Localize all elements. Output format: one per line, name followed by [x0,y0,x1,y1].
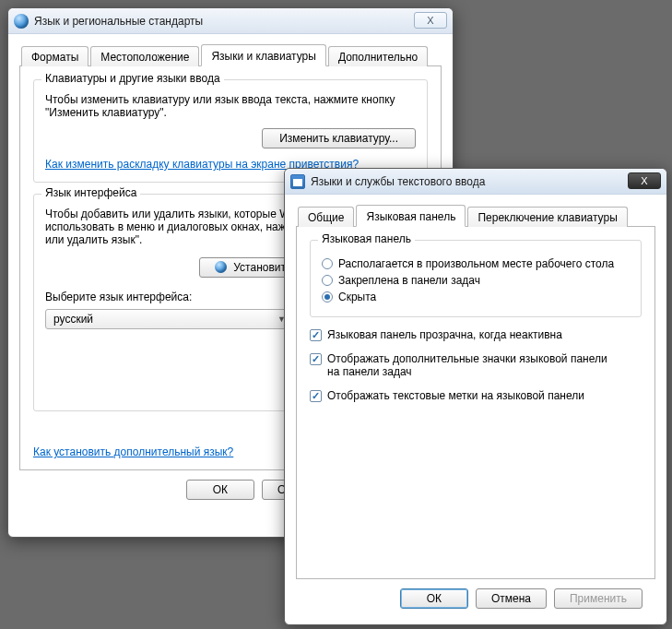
group-description: Чтобы изменить клавиатуру или язык ввода… [45,93,416,119]
group-legend: Языковая панель [318,232,415,245]
window-title: Язык и региональные стандарты [34,15,203,28]
tab-switch-keyboard[interactable]: Переключение клавиатуры [467,207,627,227]
radio-icon [322,258,333,269]
dialog-buttons: ОК Отмена Применить [296,579,655,620]
change-keyboard-button[interactable]: Изменить клавиатуру... [262,128,416,148]
close-icon: X [641,175,647,186]
globe-icon [14,14,29,29]
check-label: Отображать текстовые метки на языковой п… [327,389,584,402]
tab-advanced[interactable]: Дополнительно [328,46,428,66]
tab-panel: Языковая панель Располагается в произвол… [296,227,655,579]
close-icon: X [427,15,433,26]
check-label: Языковая панель прозрачна, когда неактив… [327,328,562,341]
radio-icon [322,291,333,303]
tab-keyboards-languages[interactable]: Языки и клавиатуры [201,44,325,66]
input-locale-icon [290,174,305,189]
radio-floating[interactable]: Располагается в произвольном месте рабоч… [322,257,630,270]
radio-hidden[interactable]: Скрыта [322,291,630,303]
check-label: Отображать дополнительные значки языково… [327,352,622,378]
radio-icon [322,275,333,286]
group-language-bar: Языковая панель Располагается в произвол… [310,240,642,317]
checkbox-icon: ✓ [310,329,322,341]
group-legend: Язык интерфейса [41,186,140,199]
text-services-dialog: Языки и службы текстового ввода X Общие … [284,168,667,625]
tab-general[interactable]: Общие [298,207,354,227]
dropdown-value: русский [53,313,93,326]
cancel-button[interactable]: Отмена [476,588,547,609]
tab-language-bar[interactable]: Языковая панель [356,205,466,227]
window-title: Языки и службы текстового ввода [311,175,485,188]
close-button[interactable]: X [414,12,447,29]
check-transparent[interactable]: ✓ Языковая панель прозрачна, когда неакт… [310,328,642,341]
apply-button[interactable]: Применить [554,588,643,609]
group-legend: Клавиатуры и другие языки ввода [41,72,224,85]
checkbox-icon: ✓ [310,353,322,365]
install-additional-language-link[interactable]: Как установить дополнительный язык? [33,445,233,458]
check-text-labels[interactable]: ✓ Отображать текстовые метки на языковой… [310,389,642,402]
window-body: Общие Языковая панель Переключение клави… [285,195,666,629]
radio-label: Скрыта [338,291,376,303]
titlebar[interactable]: Языки и службы текстового ввода X [285,169,666,195]
titlebar[interactable]: Язык и региональные стандарты X [8,8,453,34]
globe-icon [215,261,227,273]
close-button[interactable]: X [628,172,661,189]
checkbox-icon: ✓ [310,390,322,402]
display-language-dropdown[interactable]: русский ▼ [45,309,292,329]
ok-button[interactable]: ОК [400,588,468,609]
radio-label: Располагается в произвольном месте рабоч… [338,257,614,270]
tab-formats[interactable]: Форматы [21,46,88,66]
ok-button[interactable]: ОК [186,480,254,500]
check-extra-icons[interactable]: ✓ Отображать дополнительные значки языко… [310,352,642,378]
radio-label: Закреплена в панели задач [338,274,480,287]
tabstrip: Общие Языковая панель Переключение клави… [296,204,655,227]
radio-docked[interactable]: Закреплена в панели задач [322,274,630,287]
tab-location[interactable]: Местоположение [90,46,199,66]
tabstrip: Форматы Местоположение Языки и клавиатур… [19,43,442,66]
